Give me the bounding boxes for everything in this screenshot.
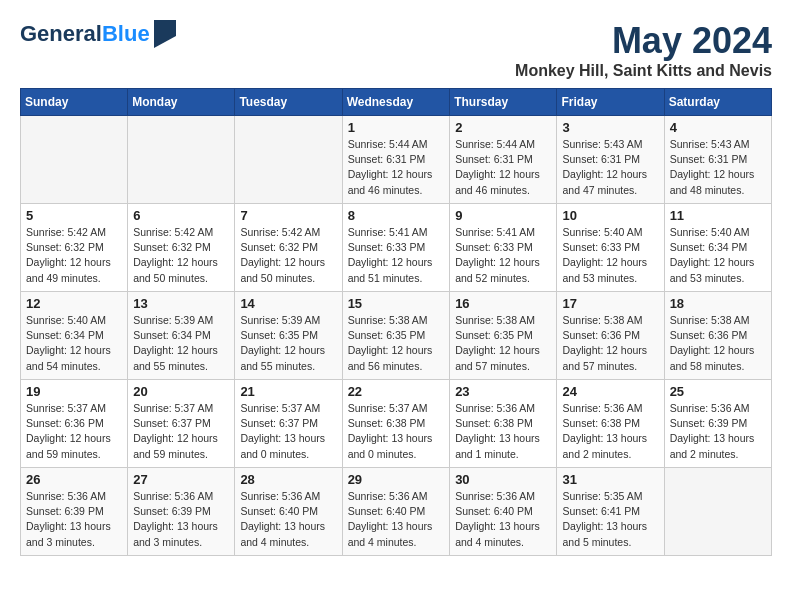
- day-number: 16: [455, 296, 551, 311]
- day-info: Sunrise: 5:36 AMSunset: 6:40 PMDaylight:…: [455, 489, 551, 550]
- table-row: [128, 116, 235, 204]
- day-number: 15: [348, 296, 445, 311]
- table-row: 6Sunrise: 5:42 AMSunset: 6:32 PMDaylight…: [128, 204, 235, 292]
- day-info: Sunrise: 5:41 AMSunset: 6:33 PMDaylight:…: [348, 225, 445, 286]
- table-row: 25Sunrise: 5:36 AMSunset: 6:39 PMDayligh…: [664, 380, 771, 468]
- day-number: 1: [348, 120, 445, 135]
- table-row: [664, 468, 771, 556]
- day-number: 28: [240, 472, 336, 487]
- day-info: Sunrise: 5:44 AMSunset: 6:31 PMDaylight:…: [348, 137, 445, 198]
- table-row: 28Sunrise: 5:36 AMSunset: 6:40 PMDayligh…: [235, 468, 342, 556]
- day-info: Sunrise: 5:40 AMSunset: 6:33 PMDaylight:…: [562, 225, 658, 286]
- header-saturday: Saturday: [664, 89, 771, 116]
- day-number: 29: [348, 472, 445, 487]
- header-thursday: Thursday: [450, 89, 557, 116]
- table-row: 24Sunrise: 5:36 AMSunset: 6:38 PMDayligh…: [557, 380, 664, 468]
- header-tuesday: Tuesday: [235, 89, 342, 116]
- day-number: 26: [26, 472, 122, 487]
- day-info: Sunrise: 5:36 AMSunset: 6:40 PMDaylight:…: [240, 489, 336, 550]
- table-row: 14Sunrise: 5:39 AMSunset: 6:35 PMDayligh…: [235, 292, 342, 380]
- day-info: Sunrise: 5:41 AMSunset: 6:33 PMDaylight:…: [455, 225, 551, 286]
- table-row: [21, 116, 128, 204]
- table-row: 30Sunrise: 5:36 AMSunset: 6:40 PMDayligh…: [450, 468, 557, 556]
- day-info: Sunrise: 5:35 AMSunset: 6:41 PMDaylight:…: [562, 489, 658, 550]
- calendar-week-row: 5Sunrise: 5:42 AMSunset: 6:32 PMDaylight…: [21, 204, 772, 292]
- day-info: Sunrise: 5:39 AMSunset: 6:34 PMDaylight:…: [133, 313, 229, 374]
- page-header: GeneralBlue May 2024 Monkey Hill, Saint …: [20, 20, 772, 80]
- day-number: 24: [562, 384, 658, 399]
- table-row: 23Sunrise: 5:36 AMSunset: 6:38 PMDayligh…: [450, 380, 557, 468]
- day-info: Sunrise: 5:38 AMSunset: 6:35 PMDaylight:…: [348, 313, 445, 374]
- svg-marker-0: [154, 20, 176, 48]
- day-number: 30: [455, 472, 551, 487]
- day-number: 20: [133, 384, 229, 399]
- day-number: 12: [26, 296, 122, 311]
- header-sunday: Sunday: [21, 89, 128, 116]
- table-row: 26Sunrise: 5:36 AMSunset: 6:39 PMDayligh…: [21, 468, 128, 556]
- table-row: 29Sunrise: 5:36 AMSunset: 6:40 PMDayligh…: [342, 468, 450, 556]
- table-row: 1Sunrise: 5:44 AMSunset: 6:31 PMDaylight…: [342, 116, 450, 204]
- day-info: Sunrise: 5:36 AMSunset: 6:38 PMDaylight:…: [455, 401, 551, 462]
- day-info: Sunrise: 5:37 AMSunset: 6:36 PMDaylight:…: [26, 401, 122, 462]
- day-info: Sunrise: 5:37 AMSunset: 6:38 PMDaylight:…: [348, 401, 445, 462]
- logo-name: GeneralBlue: [20, 22, 150, 46]
- month-title: May 2024: [515, 20, 772, 62]
- calendar-table: Sunday Monday Tuesday Wednesday Thursday…: [20, 88, 772, 556]
- table-row: 15Sunrise: 5:38 AMSunset: 6:35 PMDayligh…: [342, 292, 450, 380]
- day-info: Sunrise: 5:40 AMSunset: 6:34 PMDaylight:…: [670, 225, 766, 286]
- day-number: 10: [562, 208, 658, 223]
- table-row: 22Sunrise: 5:37 AMSunset: 6:38 PMDayligh…: [342, 380, 450, 468]
- day-number: 17: [562, 296, 658, 311]
- day-info: Sunrise: 5:38 AMSunset: 6:36 PMDaylight:…: [670, 313, 766, 374]
- table-row: 5Sunrise: 5:42 AMSunset: 6:32 PMDaylight…: [21, 204, 128, 292]
- table-row: 3Sunrise: 5:43 AMSunset: 6:31 PMDaylight…: [557, 116, 664, 204]
- day-number: 6: [133, 208, 229, 223]
- header-friday: Friday: [557, 89, 664, 116]
- day-info: Sunrise: 5:39 AMSunset: 6:35 PMDaylight:…: [240, 313, 336, 374]
- table-row: 13Sunrise: 5:39 AMSunset: 6:34 PMDayligh…: [128, 292, 235, 380]
- day-info: Sunrise: 5:44 AMSunset: 6:31 PMDaylight:…: [455, 137, 551, 198]
- day-number: 2: [455, 120, 551, 135]
- day-number: 25: [670, 384, 766, 399]
- table-row: [235, 116, 342, 204]
- title-area: May 2024 Monkey Hill, Saint Kitts and Ne…: [515, 20, 772, 80]
- day-number: 13: [133, 296, 229, 311]
- calendar-week-row: 1Sunrise: 5:44 AMSunset: 6:31 PMDaylight…: [21, 116, 772, 204]
- day-number: 23: [455, 384, 551, 399]
- day-number: 27: [133, 472, 229, 487]
- day-number: 31: [562, 472, 658, 487]
- table-row: 7Sunrise: 5:42 AMSunset: 6:32 PMDaylight…: [235, 204, 342, 292]
- calendar-week-row: 26Sunrise: 5:36 AMSunset: 6:39 PMDayligh…: [21, 468, 772, 556]
- table-row: 4Sunrise: 5:43 AMSunset: 6:31 PMDaylight…: [664, 116, 771, 204]
- logo-icon: [154, 20, 176, 48]
- day-info: Sunrise: 5:36 AMSunset: 6:38 PMDaylight:…: [562, 401, 658, 462]
- day-info: Sunrise: 5:36 AMSunset: 6:39 PMDaylight:…: [670, 401, 766, 462]
- day-info: Sunrise: 5:42 AMSunset: 6:32 PMDaylight:…: [133, 225, 229, 286]
- day-number: 8: [348, 208, 445, 223]
- day-number: 3: [562, 120, 658, 135]
- day-info: Sunrise: 5:40 AMSunset: 6:34 PMDaylight:…: [26, 313, 122, 374]
- weekday-header-row: Sunday Monday Tuesday Wednesday Thursday…: [21, 89, 772, 116]
- day-info: Sunrise: 5:43 AMSunset: 6:31 PMDaylight:…: [670, 137, 766, 198]
- day-number: 21: [240, 384, 336, 399]
- day-info: Sunrise: 5:36 AMSunset: 6:40 PMDaylight:…: [348, 489, 445, 550]
- calendar-week-row: 19Sunrise: 5:37 AMSunset: 6:36 PMDayligh…: [21, 380, 772, 468]
- table-row: 12Sunrise: 5:40 AMSunset: 6:34 PMDayligh…: [21, 292, 128, 380]
- day-number: 11: [670, 208, 766, 223]
- table-row: 9Sunrise: 5:41 AMSunset: 6:33 PMDaylight…: [450, 204, 557, 292]
- table-row: 21Sunrise: 5:37 AMSunset: 6:37 PMDayligh…: [235, 380, 342, 468]
- day-info: Sunrise: 5:42 AMSunset: 6:32 PMDaylight:…: [26, 225, 122, 286]
- day-info: Sunrise: 5:37 AMSunset: 6:37 PMDaylight:…: [240, 401, 336, 462]
- table-row: 10Sunrise: 5:40 AMSunset: 6:33 PMDayligh…: [557, 204, 664, 292]
- day-number: 19: [26, 384, 122, 399]
- calendar-week-row: 12Sunrise: 5:40 AMSunset: 6:34 PMDayligh…: [21, 292, 772, 380]
- day-info: Sunrise: 5:42 AMSunset: 6:32 PMDaylight:…: [240, 225, 336, 286]
- day-info: Sunrise: 5:37 AMSunset: 6:37 PMDaylight:…: [133, 401, 229, 462]
- header-monday: Monday: [128, 89, 235, 116]
- table-row: 17Sunrise: 5:38 AMSunset: 6:36 PMDayligh…: [557, 292, 664, 380]
- day-info: Sunrise: 5:38 AMSunset: 6:35 PMDaylight:…: [455, 313, 551, 374]
- day-number: 5: [26, 208, 122, 223]
- table-row: 11Sunrise: 5:40 AMSunset: 6:34 PMDayligh…: [664, 204, 771, 292]
- table-row: 19Sunrise: 5:37 AMSunset: 6:36 PMDayligh…: [21, 380, 128, 468]
- logo: GeneralBlue: [20, 20, 176, 48]
